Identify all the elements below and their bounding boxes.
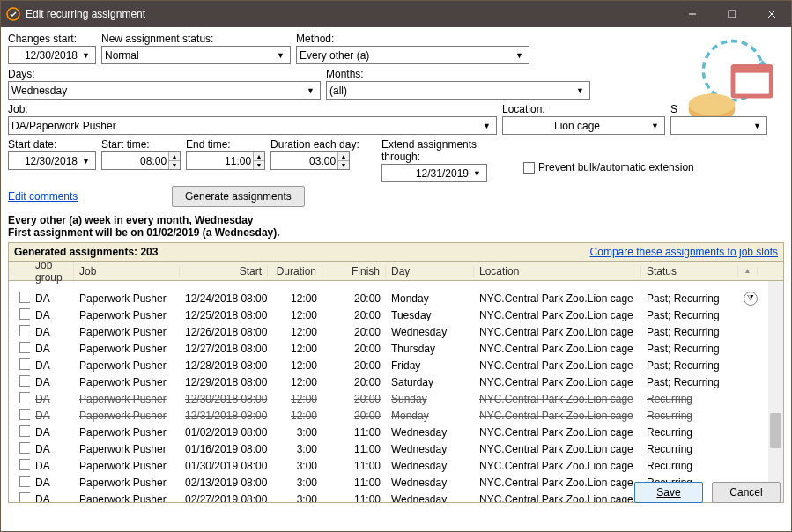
- job-dropdown[interactable]: DA/Paperwork Pusher▼: [8, 116, 497, 135]
- row-checkbox[interactable]: [19, 492, 30, 504]
- chevron-down-icon: ▼: [751, 122, 764, 130]
- chevron-down-icon: ▼: [79, 157, 93, 166]
- col-start[interactable]: Start: [180, 265, 268, 277]
- summary-line1: Every other (a) week in every month, Wed…: [8, 214, 784, 226]
- table-row[interactable]: DAPaperwork Pusher01/02/2019 08:003:0011…: [9, 424, 783, 440]
- table-row[interactable]: DAPaperwork Pusher12/30/2018 08:0012:002…: [9, 390, 783, 407]
- chevron-down-icon: ▼: [274, 51, 287, 60]
- chevron-down-icon: ▼: [79, 51, 93, 60]
- row-checkbox[interactable]: [19, 292, 30, 303]
- minimize-button[interactable]: [672, 1, 712, 27]
- table-row[interactable]: DAPaperwork Pusher12/29/2018 08:0012:002…: [9, 373, 783, 390]
- changes-start-label: Changes start:: [8, 33, 96, 45]
- extend-label: Extend assignments through:: [381, 138, 518, 163]
- table-header: Job group Job Start Duration Finish Day …: [9, 262, 783, 281]
- app-icon: [6, 7, 20, 21]
- start-date-label: Start date:: [8, 138, 96, 151]
- new-status-label: New assignment status:: [101, 33, 291, 45]
- row-checkbox[interactable]: [19, 476, 30, 487]
- months-label: Months:: [326, 68, 590, 80]
- end-time-spinner[interactable]: ▲▼: [186, 151, 265, 170]
- duration-label: Duration each day:: [270, 138, 376, 151]
- method-dropdown[interactable]: Every other (a)▼: [296, 46, 529, 64]
- prevent-extension-checkbox[interactable]: Prevent bulk/automatic extension: [523, 152, 694, 182]
- table-row[interactable]: DAPaperwork Pusher12/28/2018 08:0012:002…: [9, 357, 783, 373]
- row-checkbox[interactable]: [19, 342, 30, 353]
- table-row[interactable]: DAPaperwork Pusher01/16/2019 08:003:0011…: [9, 440, 783, 457]
- table-scrollbar[interactable]: [768, 281, 783, 502]
- prevent-extension-label: Prevent bulk/automatic extension: [538, 161, 694, 174]
- save-button[interactable]: Save: [634, 482, 703, 503]
- table-row[interactable]: DAPaperwork Pusher12/27/2018 08:0012:002…: [9, 340, 783, 357]
- svg-rect-1: [729, 11, 736, 18]
- row-checkbox[interactable]: [19, 425, 30, 437]
- close-button[interactable]: [751, 1, 791, 27]
- table-row[interactable]: DAPaperwork Pusher12/26/2018 08:0012:002…: [9, 323, 783, 340]
- chevron-down-icon: ▼: [648, 122, 662, 130]
- col-job[interactable]: Job: [74, 265, 180, 277]
- chevron-down-icon: ▼: [480, 122, 493, 130]
- location-label: Location:: [502, 103, 665, 115]
- row-checkbox[interactable]: [19, 358, 30, 370]
- table-row[interactable]: DAPaperwork Pusher12/24/2018 08:0012:002…: [9, 290, 783, 307]
- job-label: Job:: [8, 103, 497, 115]
- table-row[interactable]: DAPaperwork Pusher12/31/2018 08:0012:002…: [9, 407, 783, 424]
- col-finish[interactable]: Finish: [322, 265, 386, 277]
- spin-down-icon[interactable]: ▼: [254, 161, 264, 169]
- end-time-label: End time:: [186, 138, 265, 151]
- shift-label: S: [670, 103, 767, 115]
- spin-down-icon[interactable]: ▼: [338, 161, 349, 169]
- row-checkbox[interactable]: [19, 459, 30, 470]
- col-status[interactable]: Status: [641, 265, 738, 277]
- method-label: Method:: [296, 33, 529, 45]
- spin-up-icon[interactable]: ▲: [254, 152, 264, 161]
- col-location[interactable]: Location: [474, 265, 641, 277]
- generate-assignments-button[interactable]: Generate assignments: [172, 186, 305, 207]
- assignments-table: Job group Job Start Duration Finish Day …: [8, 262, 784, 503]
- checkbox-box-icon: [523, 162, 535, 174]
- start-time-label: Start time:: [101, 138, 181, 151]
- row-checkbox[interactable]: [19, 308, 30, 320]
- summary-line2: First assignment will be on 01/02/2019 (…: [8, 226, 784, 239]
- duration-spinner[interactable]: ▲▼: [270, 151, 350, 170]
- col-duration[interactable]: Duration: [268, 265, 322, 277]
- compare-link[interactable]: Compare these assignments to job slots: [590, 246, 778, 258]
- chevron-down-icon: ▼: [513, 51, 526, 60]
- days-dropdown[interactable]: Wednesday▼: [8, 81, 321, 100]
- col-job-group[interactable]: Job group: [30, 262, 74, 284]
- months-dropdown[interactable]: (all)▼: [326, 81, 590, 100]
- extend-dropdown[interactable]: 12/31/2019▼: [381, 164, 487, 182]
- row-checkbox[interactable]: [19, 442, 30, 454]
- table-body: DAPaperwork Pusher12/24/2018 08:0012:002…: [9, 281, 783, 503]
- spin-up-icon[interactable]: ▲: [338, 152, 349, 161]
- row-checkbox[interactable]: [19, 375, 30, 387]
- start-time-spinner[interactable]: ▲▼: [101, 151, 181, 170]
- shift-dropdown[interactable]: ▼: [670, 116, 767, 135]
- new-status-dropdown[interactable]: Normal▼: [101, 46, 291, 64]
- chevron-down-icon: ▼: [470, 169, 484, 178]
- cancel-button[interactable]: Cancel: [712, 482, 781, 503]
- row-checkbox[interactable]: [19, 392, 30, 403]
- location-dropdown[interactable]: Lion cage▼: [502, 116, 665, 135]
- row-checkbox[interactable]: [19, 409, 30, 420]
- row-checkbox[interactable]: [19, 325, 30, 336]
- generated-assignments-header: Generated assignments: 203: [14, 246, 158, 258]
- days-label: Days:: [8, 68, 321, 80]
- chevron-down-icon: ▼: [304, 86, 317, 95]
- table-row[interactable]: DAPaperwork Pusher01/30/2019 08:003:0011…: [9, 457, 783, 474]
- maximize-button[interactable]: [712, 1, 751, 27]
- spin-down-icon[interactable]: ▼: [169, 161, 180, 169]
- changes-start-dropdown[interactable]: 12/30/2018▼: [8, 46, 96, 64]
- start-date-dropdown[interactable]: 12/30/2018▼: [8, 151, 96, 170]
- scrollbar-thumb[interactable]: [770, 413, 781, 448]
- title-bar: Edit recurring assignment: [1, 1, 791, 27]
- edit-comments-link[interactable]: Edit comments: [8, 190, 167, 203]
- col-sort-icon[interactable]: ▲: [738, 267, 758, 275]
- table-row[interactable]: DAPaperwork Pusher12/25/2018 08:0012:002…: [9, 307, 783, 323]
- filter-icon[interactable]: ⧩: [744, 292, 758, 306]
- window-title: Edit recurring assignment: [26, 8, 672, 20]
- chevron-down-icon: ▼: [574, 86, 587, 95]
- col-day[interactable]: Day: [386, 265, 474, 277]
- spin-up-icon[interactable]: ▲: [169, 152, 180, 161]
